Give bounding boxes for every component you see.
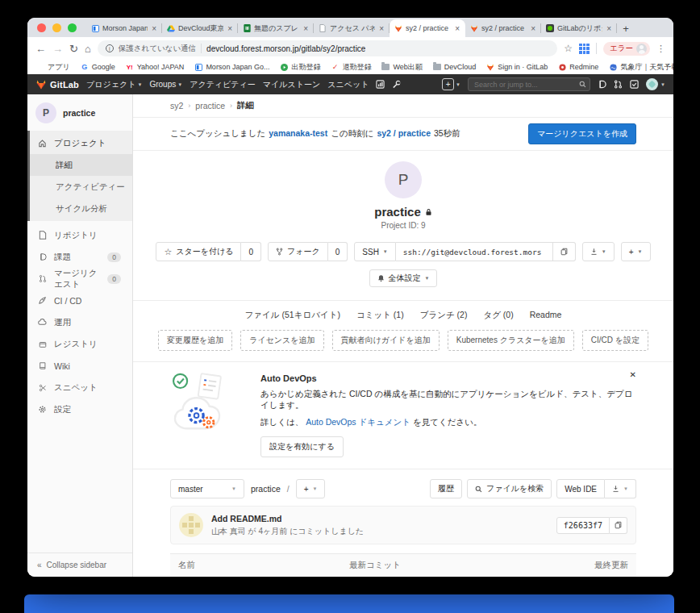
create-merge-request-button[interactable]: マージリクエストを作成 bbox=[528, 123, 636, 144]
gitlab-logo[interactable]: GitLab bbox=[35, 79, 79, 90]
sidebar-item-wiki[interactable]: Wiki bbox=[27, 355, 132, 377]
repo-root-link[interactable]: practice bbox=[251, 484, 281, 494]
browser-tab-access-panel[interactable]: アクセス パネル ア × bbox=[314, 19, 390, 37]
fork-count[interactable]: 0 bbox=[328, 242, 348, 261]
close-icon[interactable]: × bbox=[151, 24, 157, 33]
bookmark-yahoo[interactable]: Y! Yahoo! JAPAN bbox=[126, 63, 185, 71]
fork-button[interactable]: フォーク bbox=[268, 242, 328, 261]
browser-tab-spreadsheet[interactable]: 無題のスプレッドシ × bbox=[238, 19, 314, 37]
sidebar-context-header[interactable]: P practice bbox=[27, 94, 132, 131]
close-icon[interactable]: × bbox=[606, 24, 612, 33]
sidebar-item-ci-cd[interactable]: CI / CD bbox=[27, 290, 132, 311]
address-bar[interactable]: i 保護されていない通信 devcloud.forest.morson.jp/g… bbox=[98, 40, 558, 56]
zoom-window-button[interactable] bbox=[68, 23, 77, 32]
bookmark-clock-in[interactable]: 出勤登録 bbox=[280, 62, 320, 73]
new-tab-button[interactable]: + bbox=[617, 19, 635, 37]
clone-url-field[interactable]: ssh://git@devcloud.forest.mors bbox=[396, 242, 553, 261]
sidebar-item-merge-requests[interactable]: マージリクエスト 0 bbox=[27, 268, 132, 290]
branch-selector[interactable]: master ▼ bbox=[170, 479, 244, 498]
add-kubernetes-cluster-button[interactable]: Kubernetes クラスターを追加 bbox=[448, 330, 574, 351]
close-icon[interactable]: × bbox=[302, 24, 309, 33]
search-input[interactable] bbox=[468, 77, 590, 91]
forward-icon[interactable]: → bbox=[52, 44, 63, 54]
issues-icon[interactable] bbox=[598, 80, 606, 89]
download-dropdown[interactable]: ▼ bbox=[582, 242, 615, 261]
download-dropdown[interactable]: ▼ bbox=[605, 479, 636, 498]
sidebar-item-settings[interactable]: 設定 bbox=[27, 398, 132, 420]
add-license-button[interactable]: ライセンスを追加 bbox=[240, 330, 323, 351]
clone-protocol-dropdown[interactable]: SSH ▼ bbox=[354, 242, 396, 261]
stat-tags[interactable]: タグ (0) bbox=[483, 310, 513, 321]
add-changelog-button[interactable]: 変更履歴を追加 bbox=[158, 330, 232, 351]
close-window-button[interactable] bbox=[37, 23, 46, 32]
copy-sha-button[interactable] bbox=[610, 517, 627, 534]
stat-commits[interactable]: コミット (1) bbox=[356, 310, 404, 321]
setup-cicd-button[interactable]: CI/CD を設定 bbox=[582, 330, 648, 351]
todos-icon[interactable] bbox=[630, 80, 639, 89]
close-icon[interactable]: × bbox=[454, 24, 460, 33]
stat-branches[interactable]: ブランチ (2) bbox=[420, 310, 468, 321]
sidebar-item-cycle-analytics[interactable]: サイクル分析 bbox=[30, 198, 132, 219]
merge-request-icon[interactable] bbox=[614, 80, 623, 89]
enable-settings-button[interactable]: 設定を有効にする bbox=[260, 436, 344, 457]
close-icon[interactable]: × bbox=[530, 24, 536, 33]
copy-url-button[interactable] bbox=[553, 242, 576, 261]
browser-tab-gitlab-repo-article[interactable]: GitLabのリポジトリ × bbox=[541, 19, 617, 37]
browser-tab-devcloud-drive[interactable]: DevCloud東京 - G × bbox=[162, 19, 238, 37]
bookmark-folder-web[interactable]: Web出願 bbox=[381, 62, 422, 73]
bookmark-apps[interactable]: アプリ bbox=[37, 62, 70, 73]
add-dropdown[interactable]: + ▼ bbox=[621, 242, 651, 261]
browser-tab-gitlab[interactable]: sy2 / practice · Gi × bbox=[465, 19, 541, 37]
bookmark-redmine[interactable]: Redmine bbox=[558, 63, 598, 71]
stat-files[interactable]: ファイル (51キロバイト) bbox=[245, 310, 340, 321]
bookmark-star-icon[interactable]: ☆ bbox=[564, 44, 573, 53]
browser-tab-morson[interactable]: Morson Japan Go × bbox=[86, 19, 162, 37]
browser-tab-gitlab-active[interactable]: sy2 / practice · Gi × bbox=[390, 19, 465, 37]
project-link[interactable]: sy2 / practice bbox=[377, 128, 431, 140]
web-ide-button[interactable]: Web IDE bbox=[556, 479, 605, 498]
breadcrumb-project[interactable]: practice bbox=[195, 101, 225, 111]
add-file-dropdown[interactable]: + ▼ bbox=[296, 479, 326, 498]
extension-icon[interactable] bbox=[579, 44, 590, 54]
star-count[interactable]: 0 bbox=[241, 242, 261, 261]
home-icon[interactable]: ⌂ bbox=[85, 44, 91, 54]
sidebar-item-registry[interactable]: レジストリ bbox=[27, 333, 132, 355]
sidebar-item-issues[interactable]: 課題 0 bbox=[27, 246, 132, 268]
browser-menu-icon[interactable]: ⋮ bbox=[656, 44, 665, 53]
nav-snippets[interactable]: スニペット bbox=[327, 79, 369, 90]
close-icon[interactable]: ✕ bbox=[630, 370, 636, 379]
bookmark-clock-out[interactable]: ✓ 退勤登録 bbox=[331, 62, 371, 73]
close-icon[interactable]: × bbox=[378, 24, 385, 33]
sidebar-item-details[interactable]: 詳細 bbox=[30, 154, 132, 176]
chart-icon[interactable] bbox=[376, 80, 385, 89]
nav-projects[interactable]: プロジェクト▼ bbox=[86, 79, 142, 90]
nav-groups[interactable]: Groups▼ bbox=[149, 80, 182, 89]
nav-milestones[interactable]: マイルストーン bbox=[263, 79, 320, 90]
sidebar-item-repository[interactable]: リポジトリ bbox=[27, 224, 132, 246]
bookmark-gitlab-signin[interactable]: Sign in · GitLab bbox=[486, 63, 548, 71]
add-contribution-guide-button[interactable]: 貢献者向けガイドを追加 bbox=[332, 330, 440, 351]
sidebar-item-project[interactable]: プロジェクト bbox=[30, 132, 132, 154]
star-button[interactable]: ☆ スターを付ける bbox=[156, 242, 241, 261]
bookmark-google[interactable]: G Google bbox=[81, 63, 115, 71]
commit-title-link[interactable]: Add README.md bbox=[211, 514, 364, 523]
notification-settings-button[interactable]: 全体設定 ▼ bbox=[369, 269, 438, 287]
branch-link[interactable]: yamanaka-test bbox=[269, 128, 327, 140]
auto-devops-doc-link[interactable]: Auto DevOps ドキュメント bbox=[306, 417, 410, 427]
close-icon[interactable]: × bbox=[227, 24, 233, 33]
reload-icon[interactable]: ↻ bbox=[69, 44, 78, 54]
user-menu[interactable]: ▼ bbox=[646, 78, 665, 90]
bookmark-folder-devcloud[interactable]: DevCloud bbox=[433, 63, 477, 71]
sidebar-item-activity[interactable]: アクティビティー bbox=[30, 176, 132, 198]
wrench-icon[interactable] bbox=[392, 80, 401, 89]
sidebar-item-operations[interactable]: 運用 bbox=[27, 311, 132, 333]
profile-error-badge[interactable]: エラー bbox=[603, 42, 650, 56]
find-file-button[interactable]: ファイルを検索 bbox=[467, 479, 552, 498]
breadcrumb-group[interactable]: sy2 bbox=[170, 101, 183, 111]
stat-readme[interactable]: Readme bbox=[530, 310, 562, 321]
bookmark-weather[interactable]: 気象庁｜天気予報 :… bbox=[609, 62, 673, 73]
new-menu-button[interactable]: + ▼ bbox=[442, 78, 460, 90]
info-icon[interactable]: i bbox=[106, 44, 114, 52]
nav-activity[interactable]: アクティビティー bbox=[190, 79, 256, 90]
back-icon[interactable]: ← bbox=[35, 44, 46, 54]
